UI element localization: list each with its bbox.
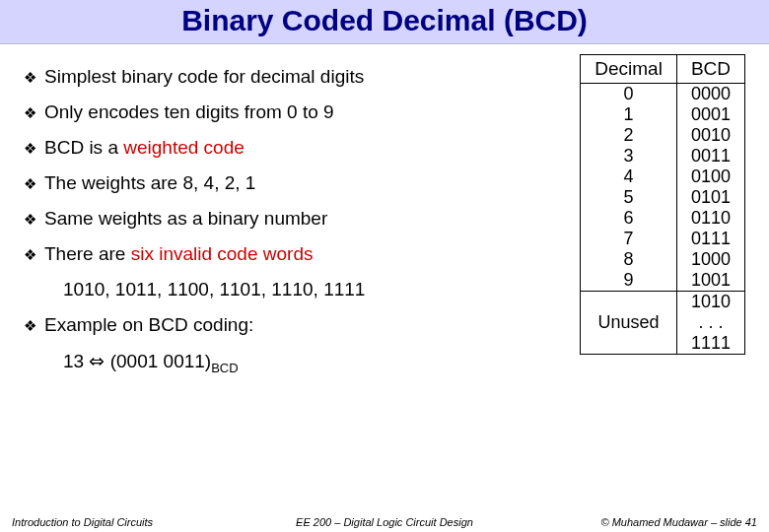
text-highlight: six invalid code words [131, 243, 314, 264]
text-highlight: weighted code [123, 137, 245, 158]
subscript-bcd: BCD [211, 361, 238, 375]
diamond-icon: ❖ [24, 140, 36, 158]
sub-bullet-6: 1010, 1011, 1100, 1101, 1110, 1111 [63, 279, 572, 300]
bcd-table: Decimal BCD 0 1 2 3 4 5 6 7 8 9 0000 [580, 54, 745, 355]
cell-bcd: 0100 [691, 166, 731, 187]
cell-bcd: 0001 [691, 104, 731, 125]
cell-bcd: 0110 [691, 208, 731, 229]
double-arrow-icon: ⇔ [89, 351, 105, 371]
cell-decimal: 7 [581, 229, 676, 249]
cell-decimal: 6 [581, 208, 676, 229]
cell-decimal: 0 [581, 84, 676, 104]
cell-decimal: 9 [581, 270, 676, 291]
text-pre: There are [44, 243, 131, 264]
cell-decimal: 8 [581, 249, 676, 270]
bullet-text: The weights are 8, 4, 2, 1 [44, 172, 255, 194]
footer-center: EE 200 – Digital Logic Circuit Design [296, 516, 473, 528]
bullet-6: ❖ There are six invalid code words [24, 243, 572, 265]
sub-bullet-7: 13 ⇔ (0001 0011)BCD [63, 350, 572, 375]
slide-footer: Introduction to Digital Circuits EE 200 … [0, 516, 769, 528]
cell-unused-label: Unused [581, 292, 677, 355]
footer-right: © Muhamed Mudawar – slide 41 [600, 516, 757, 528]
example-bcd: (0001 0011) [105, 351, 211, 371]
bullet-2: ❖ Only encodes ten digits from 0 to 9 [24, 101, 572, 123]
cell-bcd: 1010 [691, 292, 731, 312]
diamond-icon: ❖ [24, 69, 36, 87]
slide-title: Binary Coded Decimal (BCD) [0, 0, 769, 44]
example-num: 13 [63, 351, 89, 371]
diamond-icon: ❖ [24, 246, 36, 264]
bullet-1: ❖ Simplest binary code for decimal digit… [24, 66, 572, 88]
bullet-text: Example on BCD coding: [44, 314, 253, 336]
cell-bcd: 0011 [691, 146, 731, 166]
bullet-4: ❖ The weights are 8, 4, 2, 1 [24, 172, 572, 194]
col-decimal: Decimal [581, 55, 677, 84]
table-row-unused: Unused 1010 . . . 1111 [581, 292, 745, 355]
cell-bcd: 0000 [691, 84, 731, 104]
cell-bcd: 1111 [691, 333, 731, 354]
cell-decimal: 1 [581, 104, 676, 125]
cell-bcd: 0010 [691, 125, 731, 146]
bullet-text: BCD is a weighted code [44, 137, 245, 159]
text-pre: BCD is a [44, 137, 123, 158]
table-header-row: Decimal BCD [581, 55, 745, 84]
col-bcd: BCD [676, 55, 744, 84]
diamond-icon: ❖ [24, 211, 36, 229]
footer-left: Introduction to Digital Circuits [12, 516, 153, 528]
cell-decimal: 3 [581, 146, 676, 166]
cell-decimal: 2 [581, 125, 676, 146]
bullet-text: Only encodes ten digits from 0 to 9 [44, 101, 334, 123]
cell-bcd: 0101 [691, 187, 731, 208]
cell-ellipsis: . . . [691, 312, 731, 333]
bullet-7: ❖ Example on BCD coding: [24, 314, 572, 336]
cell-bcd: 1000 [691, 249, 731, 270]
bcd-table-wrap: Decimal BCD 0 1 2 3 4 5 6 7 8 9 0000 [580, 54, 745, 387]
bullet-text: Same weights as a binary number [44, 208, 327, 230]
diamond-icon: ❖ [24, 317, 36, 335]
bullet-text: There are six invalid code words [44, 243, 313, 265]
bullet-text: Simplest binary code for decimal digits [44, 66, 364, 88]
diamond-icon: ❖ [24, 175, 36, 193]
bullet-5: ❖ Same weights as a binary number [24, 208, 572, 230]
cell-bcd: 1001 [691, 270, 731, 291]
bullet-3: ❖ BCD is a weighted code [24, 137, 572, 159]
cell-bcd: 0111 [691, 229, 731, 249]
diamond-icon: ❖ [24, 104, 36, 122]
cell-decimal: 5 [581, 187, 676, 208]
cell-decimal: 4 [581, 166, 676, 187]
bullet-list: ❖ Simplest binary code for decimal digit… [24, 52, 580, 387]
